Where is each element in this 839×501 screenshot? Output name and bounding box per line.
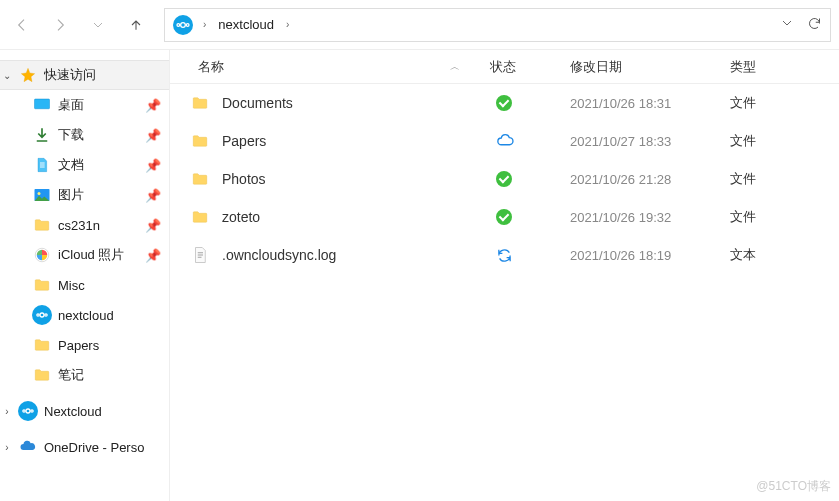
- up-button[interactable]: [128, 17, 144, 33]
- sidebar-item[interactable]: 图片📌: [14, 180, 169, 210]
- watermark: @51CTO博客: [756, 478, 831, 495]
- sidebar-item[interactable]: 文档📌: [14, 150, 169, 180]
- top-bar: › nextcloud ›: [0, 0, 839, 50]
- quick-access-label: 快速访问: [44, 66, 161, 84]
- folder-icon: [190, 207, 210, 227]
- desktop-icon: [32, 95, 52, 115]
- sidebar: ⌄ 快速访问 桌面📌下载📌文档📌图片📌cs231n📌iCloud 照片📌Misc…: [0, 50, 170, 501]
- svg-point-0: [181, 22, 186, 27]
- column-date[interactable]: 修改日期: [570, 58, 730, 76]
- sidebar-item-label: 桌面: [58, 96, 139, 114]
- sidebar-item-label: Misc: [58, 278, 161, 293]
- pin-icon: 📌: [145, 248, 161, 263]
- svg-point-13: [31, 410, 33, 412]
- pin-icon: 📌: [145, 188, 161, 203]
- sidebar-item[interactable]: cs231n📌: [14, 210, 169, 240]
- nextcloud-icon: [173, 15, 193, 35]
- caret-down-icon: ⌄: [2, 70, 12, 81]
- recent-dropdown[interactable]: [90, 17, 106, 33]
- address-bar[interactable]: › nextcloud ›: [164, 8, 831, 42]
- sidebar-item-label: nextcloud: [58, 308, 161, 323]
- star-icon: [18, 65, 38, 85]
- sidebar-item[interactable]: 笔记: [14, 360, 169, 390]
- svg-point-11: [26, 409, 30, 413]
- file-date: 2021/10/26 18:19: [570, 248, 730, 263]
- refresh-button[interactable]: [807, 16, 822, 34]
- svg-point-12: [23, 410, 25, 412]
- sidebar-item[interactable]: Misc: [14, 270, 169, 300]
- main-area: ⌄ 快速访问 桌面📌下载📌文档📌图片📌cs231n📌iCloud 照片📌Misc…: [0, 50, 839, 501]
- file-date: 2021/10/26 19:32: [570, 210, 730, 225]
- back-button[interactable]: [14, 17, 30, 33]
- chevron-right-icon: ›: [199, 19, 210, 30]
- sidebar-item-label: Papers: [58, 338, 161, 353]
- file-date: 2021/10/27 18:33: [570, 134, 730, 149]
- sidebar-nextcloud-root[interactable]: › Nextcloud: [0, 396, 169, 426]
- file-date: 2021/10/26 18:31: [570, 96, 730, 111]
- sidebar-onedrive[interactable]: › OneDrive - Perso: [0, 432, 169, 462]
- sidebar-item[interactable]: 桌面📌: [14, 90, 169, 120]
- svg-point-10: [45, 314, 47, 316]
- sidebar-item[interactable]: nextcloud: [14, 300, 169, 330]
- caret-right-icon: ›: [2, 442, 12, 453]
- nextcloud-icon: [32, 305, 52, 325]
- file-name: .owncloudsync.log: [222, 247, 336, 263]
- svg-point-6: [38, 192, 41, 195]
- svg-point-2: [186, 23, 189, 26]
- file-date: 2021/10/26 21:28: [570, 172, 730, 187]
- folder-icon: [32, 365, 52, 385]
- onedrive-icon: [18, 437, 38, 457]
- sidebar-item-label: iCloud 照片: [58, 246, 139, 264]
- forward-button[interactable]: [52, 17, 68, 33]
- folder-icon: [190, 169, 210, 189]
- sidebar-item[interactable]: 下载📌: [14, 120, 169, 150]
- pin-icon: 📌: [145, 218, 161, 233]
- file-type: 文件: [730, 94, 839, 112]
- sidebar-item-label: OneDrive - Perso: [44, 440, 161, 455]
- sidebar-item-label: Nextcloud: [44, 404, 161, 419]
- file-row[interactable]: zoteto2021/10/26 19:32文件: [170, 198, 839, 236]
- file-name: Documents: [222, 95, 293, 111]
- sidebar-item-label: 笔记: [58, 366, 161, 384]
- file-name: zoteto: [222, 209, 260, 225]
- pin-icon: 📌: [145, 128, 161, 143]
- status-cloud-icon: [496, 132, 514, 150]
- sidebar-item-label: 下载: [58, 126, 139, 144]
- file-row[interactable]: Photos2021/10/26 21:28文件: [170, 160, 839, 198]
- folder-icon: [32, 275, 52, 295]
- breadcrumb-nextcloud[interactable]: nextcloud: [216, 17, 276, 32]
- icloud-icon: [32, 245, 52, 265]
- column-header: 名称 ︿ 状态 修改日期 类型: [170, 50, 839, 84]
- sidebar-item-label: 图片: [58, 186, 139, 204]
- file-row[interactable]: .owncloudsync.log2021/10/26 18:19文本: [170, 236, 839, 274]
- history-dropdown[interactable]: [781, 17, 793, 32]
- text-icon: [190, 245, 210, 265]
- pin-icon: 📌: [145, 98, 161, 113]
- file-type: 文件: [730, 170, 839, 188]
- picture-icon: [32, 185, 52, 205]
- svg-rect-3: [35, 99, 50, 109]
- status-ok-icon: [496, 171, 512, 187]
- sidebar-item[interactable]: iCloud 照片📌: [14, 240, 169, 270]
- svg-point-9: [37, 314, 39, 316]
- folder-icon: [32, 215, 52, 235]
- file-row[interactable]: Papers2021/10/27 18:33文件: [170, 122, 839, 160]
- status-ok-icon: [496, 209, 512, 225]
- column-name[interactable]: 名称 ︿: [170, 58, 490, 76]
- download-icon: [32, 125, 52, 145]
- column-status[interactable]: 状态: [490, 58, 570, 76]
- column-type[interactable]: 类型: [730, 58, 839, 76]
- sidebar-item-label: 文档: [58, 156, 139, 174]
- status-ok-icon: [496, 95, 512, 111]
- caret-right-icon: ›: [2, 406, 12, 417]
- nextcloud-icon: [18, 401, 38, 421]
- svg-point-8: [40, 313, 44, 317]
- pin-icon: 📌: [145, 158, 161, 173]
- folder-icon: [190, 93, 210, 113]
- document-icon: [32, 155, 52, 175]
- address-tail: [781, 16, 822, 34]
- sort-asc-icon: ︿: [450, 60, 460, 74]
- sidebar-item[interactable]: Papers: [14, 330, 169, 360]
- file-row[interactable]: Documents2021/10/26 18:31文件: [170, 84, 839, 122]
- sidebar-quick-access[interactable]: ⌄ 快速访问: [0, 60, 169, 90]
